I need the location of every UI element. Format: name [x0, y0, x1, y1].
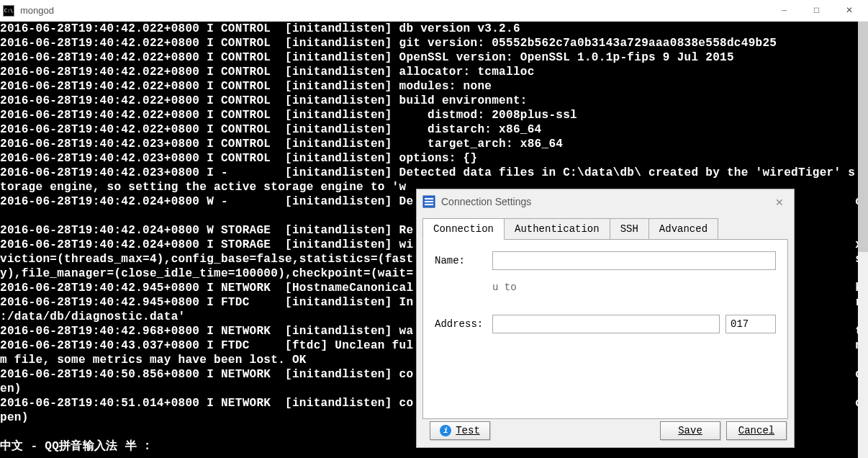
name-hint: u to: [492, 282, 776, 293]
tab-panel-connection: Name: u to Address:: [422, 239, 788, 419]
dialog-icon: [422, 195, 435, 208]
name-input[interactable]: [492, 251, 776, 270]
dialog-close-icon[interactable]: [771, 194, 788, 211]
info-icon: i: [440, 425, 451, 436]
svg-rect-3: [425, 204, 433, 205]
titlebar: mongod: [0, 0, 868, 22]
test-button-label: Test: [456, 425, 480, 436]
maximize-button[interactable]: [800, 0, 833, 22]
dialog-titlebar[interactable]: Connection Settings: [417, 189, 794, 214]
window-close-button[interactable]: [833, 0, 865, 22]
minimize-button[interactable]: [768, 0, 800, 22]
dialog-title: Connection Settings: [441, 196, 531, 207]
svg-rect-1: [425, 198, 433, 199]
test-button[interactable]: i Test: [430, 421, 490, 440]
cancel-button[interactable]: Cancel: [726, 421, 787, 440]
tab-advanced[interactable]: Advanced: [648, 218, 718, 240]
name-label: Name:: [435, 255, 492, 266]
tab-connection[interactable]: Connection: [422, 218, 505, 240]
svg-rect-2: [425, 201, 433, 202]
address-host-input[interactable]: [492, 315, 720, 333]
connection-settings-dialog: Connection Settings Connection Authentic…: [416, 189, 795, 448]
dialog-buttons: i Test Save Cancel: [417, 421, 794, 440]
address-port-input[interactable]: [725, 315, 776, 333]
address-label: Address:: [435, 318, 492, 330]
scrollbar-thumb[interactable]: [858, 22, 868, 252]
tab-authentication[interactable]: Authentication: [504, 218, 610, 240]
tab-ssh[interactable]: SSH: [610, 218, 649, 240]
tabs: Connection Authentication SSH Advanced: [422, 218, 788, 240]
scrollbar[interactable]: [858, 22, 868, 458]
window-title: mongod: [20, 5, 54, 16]
save-button[interactable]: Save: [660, 421, 720, 440]
cmd-icon: [3, 5, 14, 17]
